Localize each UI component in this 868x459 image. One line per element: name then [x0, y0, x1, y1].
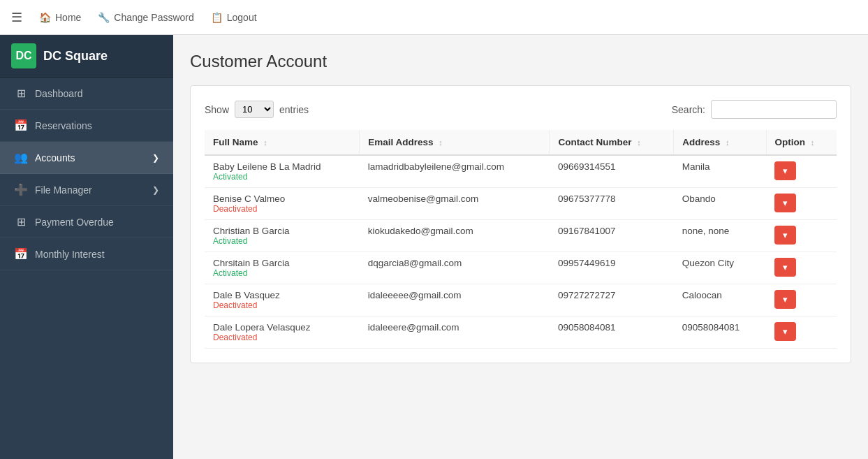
- sort-email-icon[interactable]: ↕: [439, 138, 443, 147]
- topnav: ☰ 🏠 Home 🔧 Change Password 📋 Logout: [0, 0, 868, 35]
- sort-option-icon[interactable]: ↕: [811, 138, 815, 147]
- customer-table: Full Name ↕ Email Address ↕ Contact Numb…: [205, 130, 837, 349]
- content-card: Show 10 25 50 100 entries Search:: [190, 85, 851, 363]
- table-row: Dale Lopera Velasquez Deactivated idalee…: [205, 316, 837, 349]
- logo-text: DC Square: [43, 49, 108, 64]
- sidebar-label-monthly-interest: Monthly Interest: [35, 249, 105, 260]
- sort-contact-icon[interactable]: ↕: [637, 138, 641, 147]
- search-input[interactable]: [711, 100, 837, 119]
- cell-option: ▾: [766, 284, 837, 316]
- sort-full-name-icon[interactable]: ↕: [263, 138, 267, 147]
- customer-name: Chrsitain B Garcia: [213, 258, 351, 268]
- sidebar-item-reservations[interactable]: 📅 Reservations: [0, 110, 173, 142]
- customer-name: Christian B Garcia: [213, 226, 351, 236]
- cell-address: Manila: [674, 155, 766, 188]
- sidebar-label-dashboard: Dashboard: [35, 88, 83, 99]
- cell-address: none, none: [674, 220, 766, 252]
- search-label: Search:: [672, 104, 705, 115]
- sidebar-item-dashboard[interactable]: ⊞ Dashboard: [0, 78, 173, 110]
- search-box: Search:: [672, 100, 837, 119]
- cell-contact: 09167841007: [550, 220, 674, 252]
- cell-email: idaleeeee@gmail.com: [360, 284, 550, 316]
- dashboard-icon: ⊞: [14, 87, 28, 100]
- cell-full-name: Benise C Valmeo Deactivated: [205, 188, 360, 220]
- caret-icon: ▾: [783, 326, 788, 337]
- status-badge: Deactivated: [213, 204, 351, 214]
- sidebar-item-accounts[interactable]: 👥 Accounts ❯: [0, 142, 173, 174]
- col-full-name: Full Name ↕: [205, 130, 360, 155]
- home-icon: 🏠: [39, 12, 51, 23]
- table-header-row: Full Name ↕ Email Address ↕ Contact Numb…: [205, 130, 837, 155]
- sidebar-label-accounts: Accounts: [35, 152, 75, 163]
- cell-full-name: Dale Lopera Velasquez Deactivated: [205, 316, 360, 349]
- table-row: Baby Leilene B La Madrid Activated lamad…: [205, 155, 837, 188]
- page-title: Customer Account: [190, 52, 851, 71]
- sidebar-label-file-manager: File Manager: [35, 184, 92, 196]
- cell-full-name: Dale B Vasquez Deactivated: [205, 284, 360, 316]
- cell-option: ▾: [766, 316, 837, 349]
- cell-address: Obando: [674, 188, 766, 220]
- status-badge: Deactivated: [213, 300, 351, 310]
- topnav-logout[interactable]: 📋 Logout: [211, 12, 257, 23]
- show-entries: Show 10 25 50 100 entries: [205, 101, 309, 118]
- logo-icon: DC: [11, 43, 36, 68]
- col-contact: Contact Number ↕: [550, 130, 674, 155]
- row-action-button[interactable]: ▾: [774, 161, 796, 180]
- sidebar-label-payment-overdue: Payment Overdue: [35, 217, 114, 228]
- status-badge: Activated: [213, 236, 351, 246]
- sidebar: DC DC Square ⊞ Dashboard 📅 Reservations …: [0, 35, 173, 459]
- customer-name: Dale B Vasquez: [213, 290, 351, 300]
- cell-email: idaleeere@gmail.com: [360, 316, 550, 349]
- row-action-button[interactable]: ▾: [774, 258, 796, 277]
- show-label: Show: [205, 104, 229, 115]
- cell-contact: 09058084081: [550, 316, 674, 349]
- layout: DC DC Square ⊞ Dashboard 📅 Reservations …: [0, 35, 868, 459]
- cell-email: dqgarcia8@gmail.com: [360, 252, 550, 284]
- entries-select[interactable]: 10 25 50 100: [235, 101, 274, 118]
- table-row: Benise C Valmeo Deactivated valmeobenise…: [205, 188, 837, 220]
- cell-option: ▾: [766, 155, 837, 188]
- customer-name: Benise C Valmeo: [213, 194, 351, 204]
- col-email: Email Address ↕: [360, 130, 550, 155]
- caret-icon: ▾: [783, 262, 788, 272]
- customer-name: Baby Leilene B La Madrid: [213, 161, 351, 172]
- row-action-button[interactable]: ▾: [774, 226, 796, 245]
- cell-email: kiokudakedo@gmail.com: [360, 220, 550, 252]
- file-manager-icon: ➕: [14, 183, 28, 196]
- cell-contact: 09669314551: [550, 155, 674, 188]
- cell-full-name: Baby Leilene B La Madrid Activated: [205, 155, 360, 188]
- table-row: Christian B Garcia Activated kiokudakedo…: [205, 220, 837, 252]
- sidebar-item-payment-overdue[interactable]: ⊞ Payment Overdue: [0, 206, 173, 238]
- cell-email: lamadridbabyleilene@gmail.com: [360, 155, 550, 188]
- caret-icon: ▾: [783, 294, 788, 305]
- status-badge: Activated: [213, 268, 351, 278]
- status-badge: Activated: [213, 172, 351, 182]
- sidebar-item-file-manager[interactable]: ➕ File Manager ❯: [0, 174, 173, 206]
- wrench-icon: 🔧: [98, 12, 110, 23]
- topnav-home[interactable]: 🏠 Home: [39, 12, 81, 23]
- sidebar-logo: DC DC Square: [0, 35, 173, 78]
- cell-contact: 09675377778: [550, 188, 674, 220]
- row-action-button[interactable]: ▾: [774, 290, 796, 309]
- hamburger-icon[interactable]: ☰: [11, 10, 22, 25]
- table-controls: Show 10 25 50 100 entries Search:: [205, 100, 837, 119]
- col-option: Option ↕: [766, 130, 837, 155]
- cell-option: ▾: [766, 220, 837, 252]
- row-action-button[interactable]: ▾: [774, 194, 796, 212]
- sort-address-icon[interactable]: ↕: [726, 138, 730, 147]
- accounts-icon: 👥: [14, 151, 28, 164]
- row-action-button[interactable]: ▾: [774, 322, 796, 341]
- table-row: Chrsitain B Garcia Activated dqgarcia8@g…: [205, 252, 837, 284]
- cell-full-name: Chrsitain B Garcia Activated: [205, 252, 360, 284]
- chevron-accounts-icon: ❯: [152, 153, 159, 163]
- cell-address: Caloocan: [674, 284, 766, 316]
- table-row: Dale B Vasquez Deactivated idaleeeee@gma…: [205, 284, 837, 316]
- main-content: Customer Account Show 10 25 50 100 entri…: [173, 35, 868, 459]
- topnav-change-password[interactable]: 🔧 Change Password: [98, 12, 193, 23]
- caret-icon: ▾: [783, 198, 788, 208]
- cell-email: valmeobenise@gmail.com: [360, 188, 550, 220]
- cell-address: 09058084081: [674, 316, 766, 349]
- sidebar-item-monthly-interest[interactable]: 📅 Monthly Interest: [0, 238, 173, 270]
- reservations-icon: 📅: [14, 119, 28, 132]
- cell-option: ▾: [766, 188, 837, 220]
